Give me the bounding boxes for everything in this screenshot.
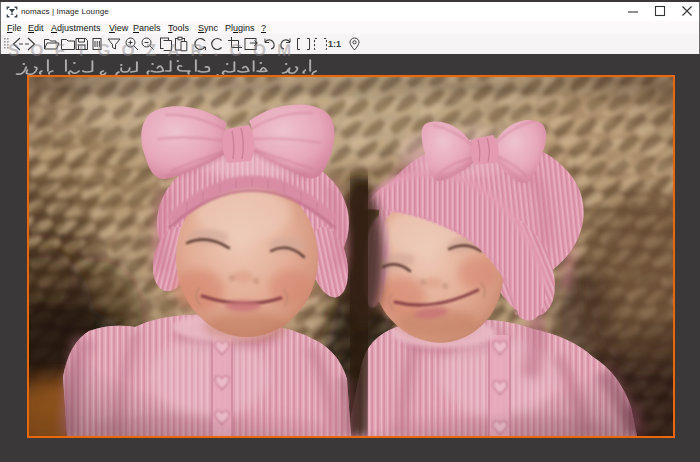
svg-text:1:1: 1:1 xyxy=(328,39,341,49)
